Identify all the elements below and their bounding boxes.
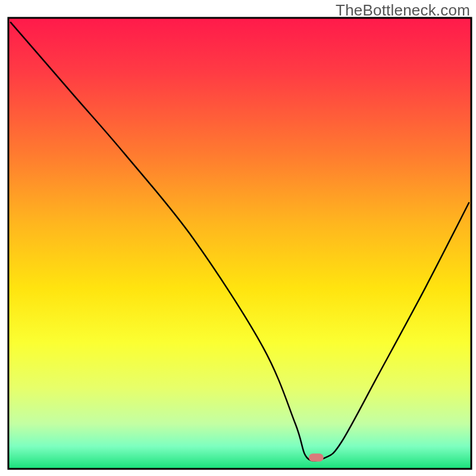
chart-canvas bbox=[0, 0, 476, 476]
watermark-text: TheBottleneck.com bbox=[336, 1, 470, 20]
bottleneck-chart: TheBottleneck.com bbox=[0, 0, 476, 476]
optimal-marker bbox=[309, 453, 324, 462]
chart-background bbox=[8, 18, 471, 469]
